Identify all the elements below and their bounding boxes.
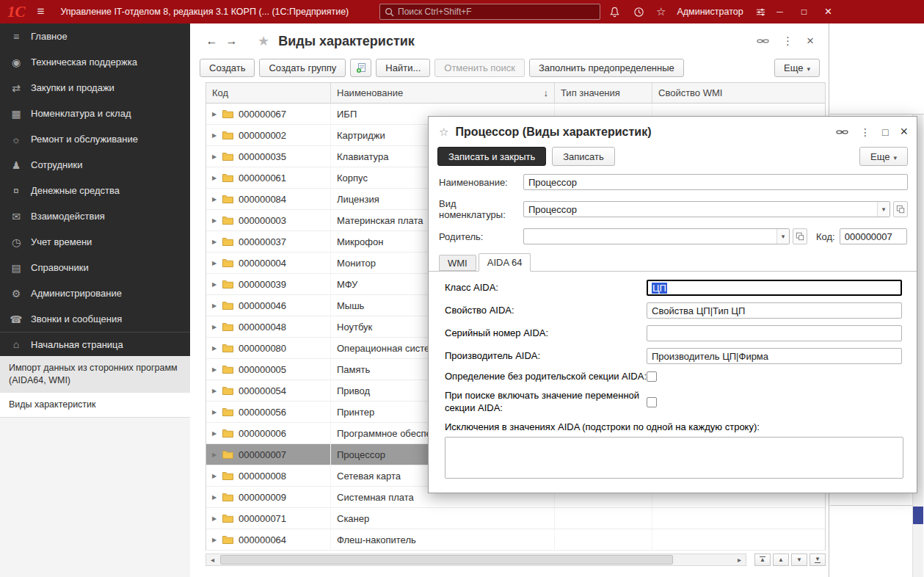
create-group-button[interactable]: Создать группу	[259, 59, 346, 77]
sidebar-section-item[interactable]: ▤ Справочники	[0, 255, 190, 280]
row-expand-icon[interactable]: ▶	[212, 451, 221, 458]
dialog-get-link-icon[interactable]	[836, 126, 848, 138]
row-expand-icon[interactable]: ▶	[212, 388, 221, 394]
global-search-box[interactable]	[379, 4, 600, 20]
row-expand-icon[interactable]: ▶	[212, 217, 221, 224]
go-down-button[interactable]: ▼	[791, 554, 807, 566]
sidebar-section-item[interactable]: ⇄ Закупки и продажи	[0, 75, 190, 101]
row-expand-icon[interactable]: ▶	[212, 175, 221, 181]
more-kebab-icon[interactable]: ⋮	[782, 35, 793, 48]
sidebar-section-item[interactable]: ✉ Взаимодействия	[0, 203, 190, 229]
exclusions-textarea[interactable]	[445, 437, 903, 479]
column-header-wmi[interactable]: Свойство WMI	[652, 83, 825, 103]
tab-wmi[interactable]: WMI	[439, 255, 476, 271]
user-menu[interactable]: Администратор	[677, 7, 743, 17]
row-expand-icon[interactable]: ▶	[212, 537, 221, 543]
open-window-characteristic-kinds[interactable]: Виды характеристик	[0, 393, 190, 418]
row-expand-icon[interactable]: ▶	[212, 409, 221, 415]
close-app-button[interactable]: ×	[816, 0, 840, 23]
no-parent-section-checkbox[interactable]	[647, 371, 657, 382]
dialog-more-kebab-icon[interactable]: ⋮	[860, 126, 870, 138]
service-menu-icon[interactable]	[754, 5, 768, 18]
table-row[interactable]: ▶ 000000071 Сканер	[206, 508, 825, 529]
sidebar-section-item[interactable]: ☼ Ремонт и обслуживание	[0, 126, 190, 152]
save-and-close-button[interactable]: Записать и закрыть	[437, 147, 546, 166]
sidebar-section-item[interactable]: ▦ Номенклатура и склад	[0, 101, 190, 126]
row-expand-icon[interactable]: ▶	[212, 345, 221, 352]
forward-button[interactable]: →	[222, 32, 241, 51]
go-to-top-button[interactable]: ▲	[754, 554, 771, 566]
row-expand-icon[interactable]: ▶	[212, 111, 221, 117]
minimize-button[interactable]: ─	[768, 0, 792, 23]
include-variable-checkbox[interactable]	[647, 397, 657, 407]
row-expand-icon[interactable]: ▶	[212, 430, 221, 437]
create-button[interactable]: Создать	[200, 59, 255, 77]
row-expand-icon[interactable]: ▶	[212, 366, 221, 373]
dropdown-icon[interactable]: ▾	[776, 229, 789, 244]
parent-field[interactable]	[523, 228, 790, 244]
row-expand-icon[interactable]: ▶	[212, 515, 221, 522]
open-window-import-data[interactable]: Импорт данных из сторонних программ (AID…	[0, 356, 190, 393]
code-field[interactable]	[840, 228, 907, 244]
go-to-bottom-button[interactable]: ▼	[810, 554, 826, 566]
sidebar-item-home[interactable]: ⌂ Начальная страница	[0, 332, 190, 356]
copy-element-button[interactable]	[350, 59, 371, 77]
dialog-maximize-icon[interactable]: □	[882, 126, 888, 138]
sidebar-section-item[interactable]: ◷ Учет времени	[0, 229, 190, 255]
go-up-button[interactable]: ▲	[773, 554, 789, 566]
aida-vendor-field[interactable]	[647, 348, 902, 364]
aida-class-field[interactable]: ЦП	[647, 280, 902, 296]
favorite-star-icon[interactable]: ★	[258, 33, 269, 49]
row-expand-icon[interactable]: ▶	[212, 239, 221, 245]
back-button[interactable]: ←	[202, 32, 222, 51]
column-header-code[interactable]: Код	[206, 83, 331, 103]
background-scrollbar-thumb[interactable]	[913, 507, 923, 524]
row-expand-icon[interactable]: ▶	[212, 494, 221, 501]
find-button[interactable]: Найти...	[376, 59, 430, 77]
notifications-bell-icon[interactable]	[608, 5, 621, 18]
table-row[interactable]: ▶ 000000064 Флеш-накопитель	[206, 529, 825, 551]
save-button[interactable]: Записать	[552, 147, 615, 166]
sidebar-section-item[interactable]: ⚙ Администрирование	[0, 280, 190, 306]
sidebar-section-item[interactable]: ◉ Техническая поддержка	[0, 49, 190, 75]
history-clock-icon[interactable]	[632, 5, 645, 18]
sidebar-section-item[interactable]: ≡ Главное	[0, 23, 190, 49]
tab-aida64[interactable]: AIDA 64	[479, 253, 531, 272]
dialog-close-icon[interactable]: ×	[900, 124, 908, 139]
scrollbar-track[interactable]	[219, 554, 733, 565]
open-parent-button[interactable]	[793, 228, 807, 244]
row-expand-icon[interactable]: ▶	[212, 196, 221, 203]
column-header-name[interactable]: Наименование↓	[331, 83, 555, 103]
row-expand-icon[interactable]: ▶	[212, 132, 221, 139]
more-button[interactable]: Еще▾	[774, 59, 820, 77]
sidebar-section-item[interactable]: ♟ Сотрудники	[0, 152, 190, 178]
dialog-more-button[interactable]: Еще▾	[859, 147, 908, 166]
search-input[interactable]	[398, 7, 595, 17]
dropdown-icon[interactable]: ▾	[877, 202, 890, 217]
open-nomenclature-kind-button[interactable]	[893, 201, 908, 217]
maximize-button[interactable]: □	[792, 0, 816, 23]
get-link-icon[interactable]	[757, 35, 769, 47]
row-expand-icon[interactable]: ▶	[212, 281, 221, 288]
row-expand-icon[interactable]: ▶	[212, 324, 221, 330]
row-expand-icon[interactable]: ▶	[212, 153, 221, 160]
scrollbar-thumb[interactable]	[220, 555, 673, 565]
close-form-icon[interactable]: ×	[807, 34, 814, 48]
horizontal-scrollbar[interactable]: ◂ ▸	[205, 554, 746, 566]
row-expand-icon[interactable]: ▶	[212, 302, 221, 309]
favorites-star-icon[interactable]: ☆	[656, 5, 666, 18]
name-field[interactable]	[523, 174, 908, 190]
dialog-favorite-star-icon[interactable]: ☆	[439, 126, 448, 139]
row-expand-icon[interactable]: ▶	[212, 473, 221, 479]
aida-property-field[interactable]	[647, 302, 902, 319]
hamburger-icon[interactable]: ≡	[37, 4, 45, 19]
scroll-right-icon[interactable]: ▸	[733, 554, 746, 565]
row-expand-icon[interactable]: ▶	[212, 260, 221, 266]
cancel-search-button[interactable]: Отменить поиск	[434, 59, 525, 77]
column-header-type[interactable]: Тип значения	[555, 83, 652, 103]
aida-serial-field[interactable]	[647, 325, 902, 341]
scroll-left-icon[interactable]: ◂	[206, 554, 219, 565]
fill-predefined-button[interactable]: Заполнить предопределенные	[529, 59, 684, 77]
sidebar-section-item[interactable]: ☎ Звонки и сообщения	[0, 306, 190, 332]
sidebar-section-item[interactable]: ¤ Денежные средства	[0, 178, 190, 203]
